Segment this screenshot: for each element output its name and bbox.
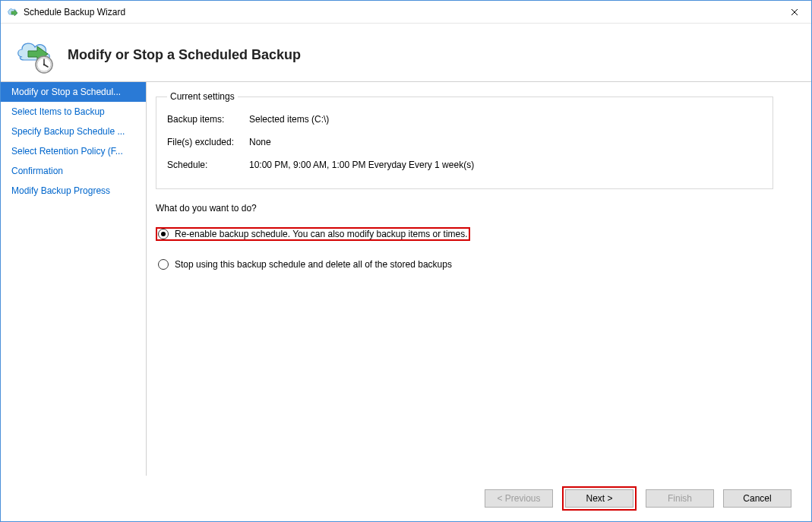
sidebar-step-confirmation[interactable]: Confirmation <box>1 161 146 181</box>
schedule-value: 10:00 PM, 9:00 AM, 1:00 PM Everyday Ever… <box>249 160 762 170</box>
header: Modify or Stop a Scheduled Backup <box>1 24 811 81</box>
wizard-sidebar: Modify or Stop a Schedul... Select Items… <box>1 82 147 476</box>
next-button[interactable]: Next > <box>565 489 633 508</box>
sidebar-step-modify-or-stop[interactable]: Modify or Stop a Schedul... <box>1 82 146 102</box>
app-icon <box>7 6 19 18</box>
wizard-body: Modify or Stop a Schedul... Select Items… <box>1 81 811 476</box>
svg-point-4 <box>43 64 45 65</box>
previous-button: < Previous <box>485 489 553 508</box>
schedule-label: Schedule: <box>167 160 249 170</box>
option-stop[interactable]: Stop using this backup schedule and dele… <box>156 258 773 271</box>
option-stop-label: Stop using this backup schedule and dele… <box>175 259 452 270</box>
header-icon <box>14 34 55 75</box>
wizard-main: Current settings Backup items: Selected … <box>147 82 811 476</box>
option-reenable-label: Re-enable backup schedule. You can also … <box>175 229 468 239</box>
window-title: Schedule Backup Wizard <box>24 7 777 17</box>
backup-items-value: Selected items (C:\) <box>249 114 762 125</box>
current-settings-legend: Current settings <box>167 91 238 102</box>
option-reenable[interactable]: Re-enable backup schedule. You can also … <box>156 227 470 241</box>
backup-items-label: Backup items: <box>167 114 249 125</box>
radio-reenable[interactable] <box>158 229 169 239</box>
action-prompt: What do you want to do? <box>156 203 773 214</box>
cancel-button[interactable]: Cancel <box>723 489 791 508</box>
files-excluded-value: None <box>249 137 762 147</box>
close-icon <box>791 8 798 16</box>
close-button[interactable] <box>777 1 811 24</box>
sidebar-step-select-items[interactable]: Select Items to Backup <box>1 102 146 122</box>
sidebar-step-retention-policy[interactable]: Select Retention Policy (F... <box>1 141 146 161</box>
finish-button: Finish <box>646 489 714 508</box>
current-settings-group: Current settings Backup items: Selected … <box>156 91 773 189</box>
files-excluded-label: File(s) excluded: <box>167 137 249 147</box>
sidebar-step-specify-schedule[interactable]: Specify Backup Schedule ... <box>1 122 146 141</box>
sidebar-step-modify-progress[interactable]: Modify Backup Progress <box>1 181 146 201</box>
titlebar: Schedule Backup Wizard <box>1 1 811 24</box>
wizard-footer: < Previous Next > Finish Cancel <box>1 476 811 521</box>
radio-stop[interactable] <box>158 259 169 270</box>
wizard-window: Schedule Backup Wizard Modify or Stop a … <box>0 0 812 522</box>
page-title: Modify or Stop a Scheduled Backup <box>68 47 301 63</box>
